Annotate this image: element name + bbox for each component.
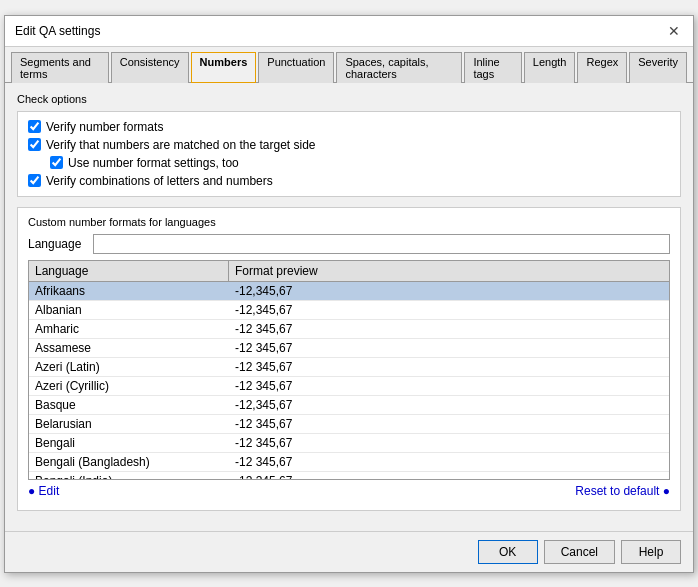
language-label: Language (28, 237, 93, 251)
cell-language: Bengali (29, 434, 229, 452)
ok-button[interactable]: OK (478, 540, 538, 564)
tab-severity[interactable]: Severity (629, 52, 687, 83)
cell-format: -12,345,67 (229, 396, 669, 414)
col-language: Language (29, 261, 229, 281)
cell-language: Bengali (India) (29, 472, 229, 479)
option-verify-combinations: Verify combinations of letters and numbe… (28, 174, 670, 188)
table-footer: ● Edit Reset to default ● (28, 480, 670, 502)
use-number-format-settings-checkbox[interactable] (50, 156, 63, 169)
cell-language: Albanian (29, 301, 229, 319)
cell-format: -12 345,67 (229, 377, 669, 395)
tab-numbers[interactable]: Numbers (191, 52, 257, 83)
dialog: Edit QA settings ✕ Segments and terms Co… (4, 15, 694, 573)
help-button[interactable]: Help (621, 540, 681, 564)
tab-consistency[interactable]: Consistency (111, 52, 189, 83)
cell-format: -12 345,67 (229, 320, 669, 338)
cell-format: -12 345,67 (229, 339, 669, 357)
bottom-bar: OK Cancel Help (5, 531, 693, 572)
option-verify-number-formats: Verify number formats (28, 120, 670, 134)
table-row[interactable]: Afrikaans -12,345,67 (29, 282, 669, 301)
content-area: Check options Verify number formats Veri… (5, 83, 693, 531)
cell-format: -12 345,67 (229, 453, 669, 471)
cell-language: Azeri (Cyrillic) (29, 377, 229, 395)
table-row[interactable]: Amharic -12 345,67 (29, 320, 669, 339)
tab-spaces-capitals[interactable]: Spaces, capitals, characters (336, 52, 462, 83)
cell-format: -12,345,67 (229, 282, 669, 300)
tab-bar: Segments and terms Consistency Numbers P… (5, 47, 693, 83)
close-button[interactable]: ✕ (665, 22, 683, 40)
table-row[interactable]: Basque -12,345,67 (29, 396, 669, 415)
custom-section: Custom number formats for languages Lang… (17, 207, 681, 511)
cell-format: -12 345,67 (229, 358, 669, 376)
tab-regex[interactable]: Regex (577, 52, 627, 83)
option-use-number-format-settings: Use number format settings, too (28, 156, 670, 170)
col-format-preview: Format preview (229, 261, 669, 281)
cell-format: -12 345,67 (229, 434, 669, 452)
tab-punctuation[interactable]: Punctuation (258, 52, 334, 83)
table-row[interactable]: Bengali (India) -12 345,67 (29, 472, 669, 479)
table-row[interactable]: Azeri (Latin) -12 345,67 (29, 358, 669, 377)
cell-language: Bengali (Bangladesh) (29, 453, 229, 471)
cell-language: Basque (29, 396, 229, 414)
verify-numbers-matched-checkbox[interactable] (28, 138, 41, 151)
language-row: Language (28, 234, 670, 254)
table-row[interactable]: Bengali (Bangladesh) -12 345,67 (29, 453, 669, 472)
reset-to-default-link[interactable]: Reset to default ● (575, 484, 670, 498)
verify-combinations-checkbox[interactable] (28, 174, 41, 187)
tab-inline-tags[interactable]: Inline tags (464, 52, 521, 83)
option-verify-numbers-matched: Verify that numbers are matched on the t… (28, 138, 670, 152)
cell-language: Afrikaans (29, 282, 229, 300)
title-bar: Edit QA settings ✕ (5, 16, 693, 47)
table-row[interactable]: Bengali -12 345,67 (29, 434, 669, 453)
verify-number-formats-checkbox[interactable] (28, 120, 41, 133)
cancel-button[interactable]: Cancel (544, 540, 615, 564)
cell-format: -12 345,67 (229, 415, 669, 433)
table-body[interactable]: Afrikaans -12,345,67 Albanian -12,345,67… (29, 282, 669, 479)
cell-language: Azeri (Latin) (29, 358, 229, 376)
cell-language: Belarusian (29, 415, 229, 433)
table-row[interactable]: Azeri (Cyrillic) -12 345,67 (29, 377, 669, 396)
verify-number-formats-label: Verify number formats (46, 120, 163, 134)
table-row[interactable]: Albanian -12,345,67 (29, 301, 669, 320)
table-row[interactable]: Belarusian -12 345,67 (29, 415, 669, 434)
tab-segments-terms[interactable]: Segments and terms (11, 52, 109, 83)
edit-link[interactable]: ● Edit (28, 484, 59, 498)
cell-language: Assamese (29, 339, 229, 357)
table-row[interactable]: Assamese -12 345,67 (29, 339, 669, 358)
language-table: Language Format preview Afrikaans -12,34… (28, 260, 670, 480)
cell-format: -12 345,67 (229, 472, 669, 479)
verify-numbers-matched-label: Verify that numbers are matched on the t… (46, 138, 315, 152)
dialog-title: Edit QA settings (15, 24, 100, 38)
cell-format: -12,345,67 (229, 301, 669, 319)
verify-combinations-label: Verify combinations of letters and numbe… (46, 174, 273, 188)
custom-section-title: Custom number formats for languages (28, 216, 670, 228)
language-input[interactable] (93, 234, 670, 254)
use-number-format-settings-label: Use number format settings, too (68, 156, 239, 170)
check-options-title: Check options (17, 93, 681, 105)
tab-length[interactable]: Length (524, 52, 576, 83)
cell-language: Amharic (29, 320, 229, 338)
check-options-group: Verify number formats Verify that number… (17, 111, 681, 197)
table-header: Language Format preview (29, 261, 669, 282)
